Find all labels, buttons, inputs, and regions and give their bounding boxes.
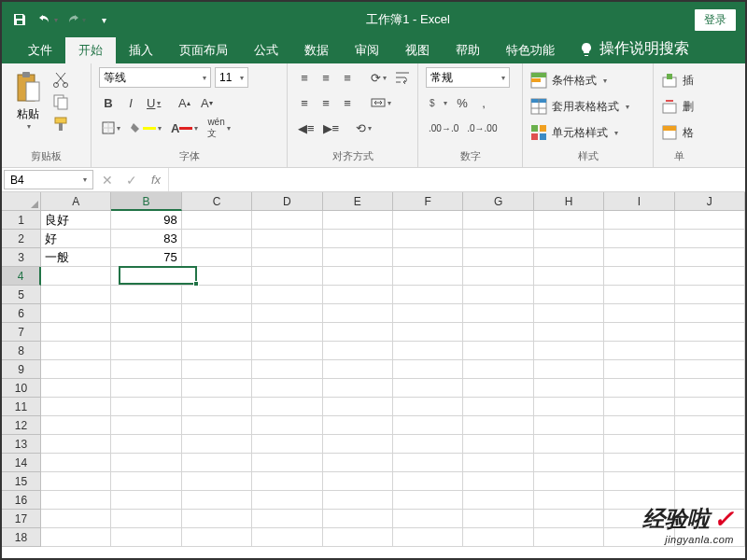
cell[interactable] <box>463 398 533 416</box>
cell[interactable]: 好 <box>41 230 111 248</box>
cell[interactable] <box>182 211 252 230</box>
cell[interactable] <box>182 323 252 342</box>
cell[interactable] <box>675 491 745 510</box>
cell[interactable] <box>182 342 252 360</box>
format-painter-icon[interactable] <box>52 116 69 133</box>
undo-icon[interactable]: ▾ <box>35 7 60 32</box>
row-header[interactable]: 2 <box>2 230 41 248</box>
select-all-corner[interactable] <box>2 192 41 211</box>
cell[interactable] <box>393 304 463 323</box>
increase-decimal-icon[interactable]: .00→.0 <box>426 118 461 138</box>
cell[interactable] <box>534 491 604 510</box>
cell[interactable] <box>393 230 463 248</box>
cell[interactable] <box>252 454 322 472</box>
font-color-button[interactable]: A▾ <box>168 118 201 138</box>
cell[interactable] <box>675 304 745 323</box>
cell[interactable] <box>323 267 393 286</box>
cell[interactable] <box>534 472 604 491</box>
enter-formula-icon[interactable]: ✓ <box>120 173 144 188</box>
cell[interactable] <box>323 360 393 379</box>
cell[interactable] <box>534 360 604 379</box>
cell[interactable] <box>41 416 111 435</box>
number-format-combo[interactable]: 常规▾ <box>426 67 510 88</box>
column-header[interactable]: F <box>393 192 463 211</box>
cell[interactable] <box>675 211 745 230</box>
cell[interactable] <box>604 323 674 342</box>
column-header[interactable]: A <box>41 192 111 211</box>
cell[interactable] <box>111 323 181 342</box>
qat-customize-icon[interactable]: ▾ <box>92 7 116 32</box>
cell[interactable] <box>182 416 252 435</box>
cell[interactable]: 98 <box>111 211 181 230</box>
cell[interactable] <box>182 491 252 510</box>
cell[interactable] <box>111 510 181 528</box>
cell[interactable] <box>604 528 674 547</box>
cell[interactable] <box>41 267 111 286</box>
align-top-icon[interactable]: ≡ <box>295 67 314 88</box>
redo-icon[interactable]: ▾ <box>63 7 88 32</box>
row-header[interactable]: 14 <box>2 454 41 472</box>
cell[interactable] <box>463 528 533 547</box>
cell[interactable] <box>463 435 533 454</box>
cell[interactable] <box>675 472 745 491</box>
cell[interactable] <box>41 342 111 360</box>
cell[interactable] <box>252 379 322 398</box>
cell[interactable] <box>604 379 674 398</box>
cell[interactable] <box>182 304 252 323</box>
cell[interactable] <box>675 528 745 547</box>
cell[interactable] <box>323 323 393 342</box>
cell[interactable] <box>604 435 674 454</box>
cell[interactable] <box>604 472 674 491</box>
cell[interactable] <box>323 472 393 491</box>
increase-font-icon[interactable]: A▴ <box>175 92 193 113</box>
cell[interactable] <box>252 360 322 379</box>
cell[interactable] <box>675 416 745 435</box>
cell[interactable] <box>41 454 111 472</box>
cell[interactable] <box>182 230 252 248</box>
cell[interactable] <box>182 435 252 454</box>
cell[interactable]: 良好 <box>41 211 111 230</box>
cell[interactable] <box>111 528 181 547</box>
row-header[interactable]: 3 <box>2 248 41 267</box>
column-header[interactable]: D <box>252 192 322 211</box>
row-header[interactable]: 1 <box>2 211 41 230</box>
cell[interactable] <box>604 267 674 286</box>
cell[interactable] <box>182 454 252 472</box>
cell[interactable] <box>323 416 393 435</box>
cell[interactable] <box>323 211 393 230</box>
cell[interactable] <box>111 304 181 323</box>
cell[interactable] <box>393 211 463 230</box>
cell[interactable] <box>41 472 111 491</box>
cell[interactable] <box>182 398 252 416</box>
row-header[interactable]: 12 <box>2 416 41 435</box>
cell[interactable] <box>111 416 181 435</box>
align-left-icon[interactable]: ≡ <box>295 92 314 113</box>
cell[interactable] <box>604 230 674 248</box>
orientation-icon[interactable]: ⟳▾ <box>368 67 389 88</box>
increase-indent-icon[interactable]: ▶≡ <box>320 118 343 138</box>
cut-icon[interactable] <box>52 71 69 88</box>
cell[interactable] <box>323 528 393 547</box>
decrease-decimal-icon[interactable]: .0→.00 <box>464 118 500 138</box>
cell[interactable] <box>41 435 111 454</box>
percent-format-icon[interactable]: % <box>453 92 472 113</box>
cell[interactable] <box>41 323 111 342</box>
cell[interactable] <box>534 416 604 435</box>
cell[interactable] <box>463 267 533 286</box>
cell[interactable] <box>111 398 181 416</box>
column-header[interactable]: H <box>534 192 604 211</box>
formula-input[interactable] <box>168 168 745 191</box>
cell[interactable] <box>463 211 533 230</box>
cell[interactable] <box>675 454 745 472</box>
cell[interactable] <box>41 528 111 547</box>
name-box[interactable]: B4▾ <box>4 170 93 189</box>
cell[interactable] <box>534 435 604 454</box>
cell[interactable] <box>604 304 674 323</box>
cell[interactable] <box>534 454 604 472</box>
row-header[interactable]: 11 <box>2 398 41 416</box>
row-header[interactable]: 8 <box>2 342 41 360</box>
cell[interactable] <box>182 286 252 304</box>
cell[interactable] <box>534 248 604 267</box>
cell[interactable] <box>323 379 393 398</box>
cell[interactable] <box>675 510 745 528</box>
